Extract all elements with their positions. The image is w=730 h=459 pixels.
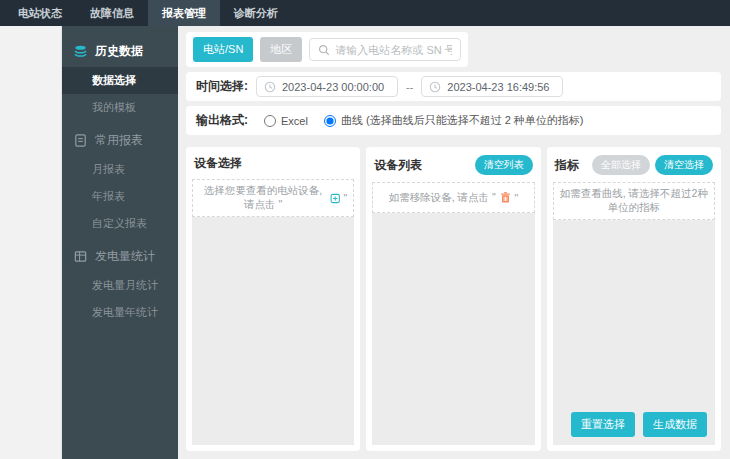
end-datetime-input[interactable]: 2023-04-23 16:49:56 — [421, 76, 563, 97]
placeholder-text: " — [515, 192, 519, 204]
left-gutter-panel — [0, 26, 62, 459]
indicators-panel-title: 指标 — [555, 157, 579, 174]
curve-radio[interactable] — [324, 115, 336, 127]
clock-icon — [264, 81, 276, 93]
station-sn-tab-button[interactable]: 电站/SN — [193, 37, 253, 62]
search-box[interactable] — [309, 38, 461, 61]
device-select-panel: 设备选择 选择您要查看的电站设备, 请点击 " " — [186, 147, 360, 451]
date-range-separator: -- — [406, 81, 413, 93]
sidebar-group-generation-stats[interactable]: 发电量统计 — [62, 241, 178, 272]
sidebar-item-generation-yearly[interactable]: 发电量年统计 — [62, 299, 178, 326]
reset-selection-button[interactable]: 重置选择 — [571, 412, 635, 437]
excel-radio[interactable] — [264, 115, 276, 127]
start-datetime-input[interactable]: 2023-04-23 00:00:00 — [256, 76, 398, 97]
search-icon — [318, 44, 330, 56]
indicators-list-area[interactable]: 重置选择 生成数据 — [553, 220, 715, 445]
time-select-row: 时间选择: 2023-04-23 00:00:00 -- 2023-04-23 … — [186, 72, 721, 101]
add-file-icon — [330, 192, 340, 205]
sidebar-item-monthly-report[interactable]: 月报表 — [62, 156, 178, 183]
top-navigation: 电站状态 故障信息 报表管理 诊断分析 — [0, 0, 730, 26]
time-select-label: 时间选择: — [196, 78, 248, 95]
region-tab-button[interactable]: 地区 — [260, 37, 302, 62]
main-content: 电站/SN 地区 时间选择: 2023-04-23 00:00:00 -- — [178, 26, 730, 459]
sidebar-group-label: 历史数据 — [95, 43, 143, 60]
sidebar-item-generation-monthly[interactable]: 发电量月统计 — [62, 272, 178, 299]
device-select-panel-title: 设备选择 — [194, 155, 242, 172]
sidebar-group-label: 常用报表 — [95, 132, 143, 149]
grid-icon — [73, 249, 88, 264]
device-list-placeholder: 如需移除设备, 请点击 " " — [372, 182, 534, 213]
curve-radio-label[interactable]: 曲线 (选择曲线后只能选择不超过 2 种单位的指标) — [341, 113, 584, 128]
sidebar: 历史数据 数据选择 我的模板 常用报表 月报表 年报表 自定义报表 — [62, 26, 178, 459]
sidebar-group-label: 发电量统计 — [95, 248, 155, 265]
output-format-label: 输出格式: — [196, 112, 248, 129]
report-icon — [73, 133, 88, 148]
indicators-placeholder: 如需查看曲线, 请选择不超过2种单位的指标 — [553, 182, 715, 220]
device-select-list-area[interactable] — [192, 217, 354, 445]
nav-item-report-management[interactable]: 报表管理 — [148, 0, 220, 26]
output-format-row: 输出格式: Excel 曲线 (选择曲线后只能选择不超过 2 种单位的指标) — [186, 106, 721, 135]
placeholder-text: " — [344, 192, 348, 204]
sidebar-group-history-data[interactable]: 历史数据 — [62, 36, 178, 67]
placeholder-text: 如需移除设备, 请点击 " — [389, 191, 496, 205]
select-all-indicators-button[interactable]: 全部选择 — [592, 155, 650, 175]
clock-icon — [429, 81, 441, 93]
nav-item-diagnosis[interactable]: 诊断分析 — [220, 0, 292, 26]
layers-icon — [73, 44, 88, 59]
generate-data-button[interactable]: 生成数据 — [643, 412, 707, 437]
panels-row: 设备选择 选择您要查看的电站设备, 请点击 " " — [186, 147, 721, 451]
trash-icon — [499, 191, 512, 204]
station-search-input[interactable] — [335, 44, 452, 56]
nav-item-fault-info[interactable]: 故障信息 — [76, 0, 148, 26]
sidebar-item-my-templates[interactable]: 我的模板 — [62, 94, 178, 121]
excel-radio-label[interactable]: Excel — [281, 115, 308, 127]
sidebar-item-yearly-report[interactable]: 年报表 — [62, 183, 178, 210]
sidebar-item-custom-report[interactable]: 自定义报表 — [62, 210, 178, 237]
device-list-area[interactable] — [372, 213, 534, 445]
sidebar-group-common-reports[interactable]: 常用报表 — [62, 125, 178, 156]
search-filter-row: 电站/SN 地区 — [186, 32, 468, 67]
device-select-placeholder: 选择您要查看的电站设备, 请点击 " " — [192, 179, 354, 217]
device-list-panel-title: 设备列表 — [374, 157, 422, 174]
nav-item-station-status[interactable]: 电站状态 — [4, 0, 76, 26]
end-datetime-value: 2023-04-23 16:49:56 — [447, 81, 549, 93]
placeholder-text: 选择您要查看的电站设备, 请点击 " — [199, 184, 327, 212]
clear-device-list-button[interactable]: 清空列表 — [475, 155, 533, 175]
indicators-panel: 指标 全部选择 清空选择 如需查看曲线, 请选择不超过2种单位的指标 重置选择 … — [547, 147, 721, 451]
start-datetime-value: 2023-04-23 00:00:00 — [282, 81, 384, 93]
placeholder-text: 如需查看曲线, 请选择不超过2种单位的指标 — [560, 187, 708, 215]
sidebar-item-data-select[interactable]: 数据选择 — [62, 67, 178, 94]
device-list-panel: 设备列表 清空列表 如需移除设备, 请点击 " — [366, 147, 540, 451]
clear-indicators-button[interactable]: 清空选择 — [655, 155, 713, 175]
